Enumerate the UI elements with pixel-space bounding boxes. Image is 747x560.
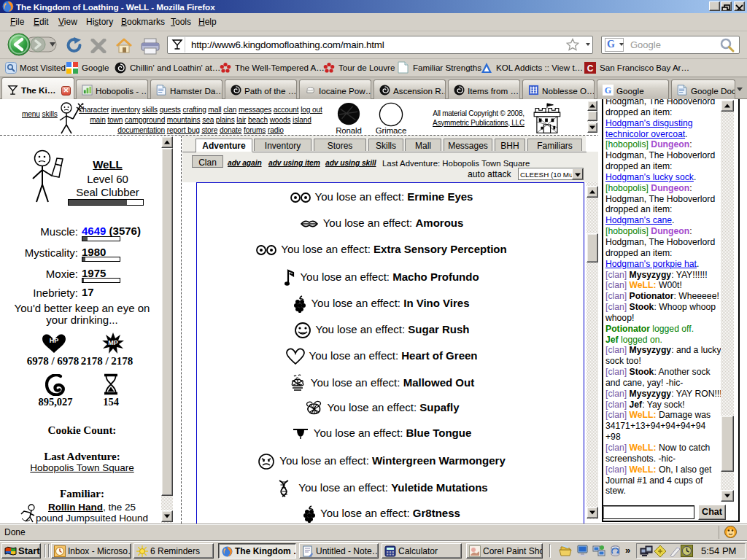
svg-text:MP: MP bbox=[108, 339, 118, 346]
svg-text:G: G bbox=[605, 85, 612, 96]
svg-text:C: C bbox=[587, 63, 594, 74]
svg-text:HP: HP bbox=[50, 337, 59, 344]
